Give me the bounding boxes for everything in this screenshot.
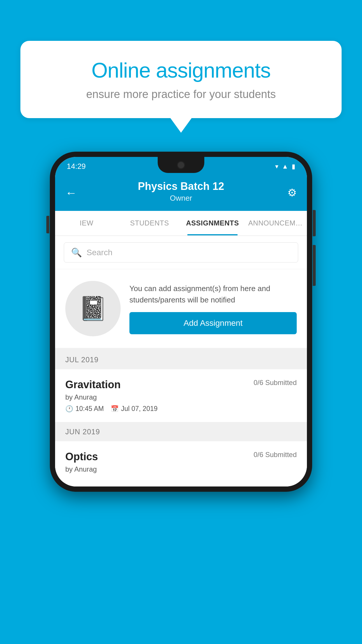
notebook-icon: 📓 — [78, 295, 108, 322]
status-icons: ▾ ▲ ▮ — [275, 163, 295, 170]
tabs-container: IEW STUDENTS ASSIGNMENTS ANNOUNCEM… — [55, 211, 307, 236]
battery-icon: ▮ — [292, 163, 295, 170]
status-time: 14:29 — [67, 162, 86, 171]
assignment-prompt: 📓 You can add assignment(s) from here an… — [55, 269, 307, 350]
bubble-title: Online assignments — [41, 58, 321, 82]
assignment-description: You can add assignment(s) from here and … — [129, 283, 297, 306]
tab-students[interactable]: STUDENTS — [118, 211, 181, 235]
phone-side-button-right-top — [313, 210, 316, 236]
assignment-by: by Anurag — [65, 393, 297, 401]
add-assignment-button[interactable]: Add Assignment — [129, 312, 297, 334]
search-input-wrapper[interactable]: 🔍 Search — [64, 242, 298, 262]
assignment-item-gravitation[interactable]: Gravitation 0/6 Submitted by Anurag 🕐 10… — [55, 369, 307, 422]
phone-mockup: 14:29 ▾ ▲ ▮ ← Physics Batch 12 Owner ⚙ I… — [50, 152, 312, 492]
assignment-date: 📅 Jul 07, 2019 — [111, 405, 157, 413]
bubble-subtitle: ensure more practice for your students — [41, 88, 321, 101]
header-subtitle: Owner — [67, 194, 295, 203]
search-placeholder: Search — [87, 248, 113, 257]
assignment-time: 🕐 10:45 AM — [65, 405, 104, 413]
promo-section: Online assignments ensure more practice … — [20, 41, 342, 118]
phone-side-button-right-bottom — [313, 245, 316, 286]
wifi-icon: ▾ — [275, 163, 278, 170]
back-button[interactable]: ← — [65, 186, 77, 199]
app-header: ← Physics Batch 12 Owner ⚙ — [55, 174, 307, 211]
assignment-title-optics: Optics — [65, 451, 98, 463]
tab-announcements[interactable]: ANNOUNCEM… — [244, 211, 307, 235]
phone-camera — [177, 161, 185, 169]
signal-icon: ▲ — [282, 163, 288, 170]
assignment-by-optics: by Anurag — [65, 465, 297, 473]
month-jun-2019: JUN 2019 — [55, 422, 307, 441]
tab-iew[interactable]: IEW — [55, 211, 118, 235]
assignment-header-optics: Optics 0/6 Submitted — [65, 451, 297, 463]
assignment-title: Gravitation — [65, 379, 121, 391]
assignment-submitted: 0/6 Submitted — [254, 379, 297, 387]
assignment-meta: 🕐 10:45 AM 📅 Jul 07, 2019 — [65, 405, 297, 413]
tab-assignments[interactable]: ASSIGNMENTS — [181, 211, 244, 235]
phone-screen: 14:29 ▾ ▲ ▮ ← Physics Batch 12 Owner ⚙ I… — [55, 157, 307, 487]
assignment-submitted-optics: 0/6 Submitted — [254, 451, 297, 459]
phone-side-button-left — [46, 216, 49, 233]
phone-notch — [158, 157, 204, 173]
settings-button[interactable]: ⚙ — [287, 187, 297, 199]
assignment-header: Gravitation 0/6 Submitted — [65, 379, 297, 391]
speech-bubble: Online assignments ensure more practice … — [20, 41, 342, 118]
search-icon: 🔍 — [71, 247, 82, 258]
phone-outer: 14:29 ▾ ▲ ▮ ← Physics Batch 12 Owner ⚙ I… — [50, 152, 312, 492]
calendar-icon: 📅 — [111, 405, 119, 413]
search-container: 🔍 Search — [55, 236, 307, 269]
assignment-item-optics[interactable]: Optics 0/6 Submitted by Anurag — [55, 441, 307, 487]
clock-icon: 🕐 — [65, 405, 73, 413]
assignment-icon-circle: 📓 — [65, 281, 121, 336]
assignment-text-area: You can add assignment(s) from here and … — [129, 283, 297, 334]
header-title: Physics Batch 12 — [67, 180, 295, 192]
month-jul-2019: JUL 2019 — [55, 350, 307, 369]
